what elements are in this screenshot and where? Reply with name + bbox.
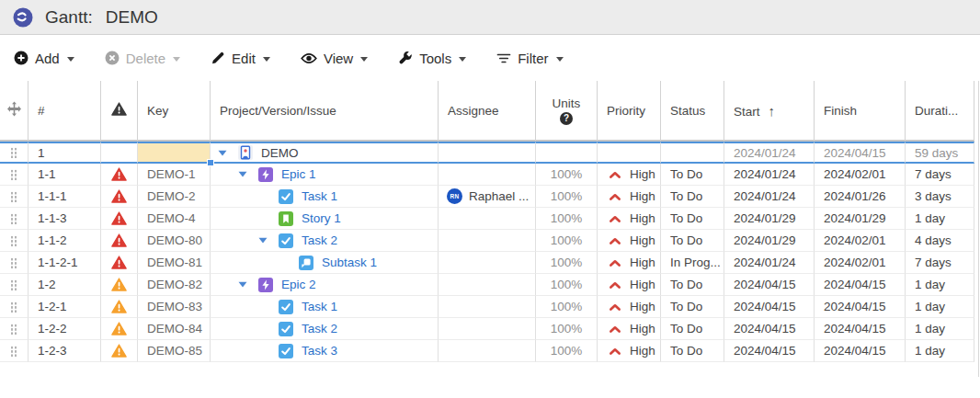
duration-cell[interactable]: 4 days	[906, 230, 974, 252]
key-cell[interactable]: DEMO-1	[138, 164, 211, 186]
priority-cell[interactable]: High	[598, 164, 661, 186]
issue-link[interactable]: Task 1	[302, 189, 337, 203]
finish-date-cell[interactable]: 2024/01/29	[815, 208, 906, 230]
start-date-cell[interactable]: 2024/04/15	[724, 296, 815, 318]
priority-cell[interactable]: High	[598, 296, 661, 318]
assignee-cell[interactable]	[439, 208, 536, 230]
row-number-cell[interactable]: 1-1-1	[28, 186, 101, 208]
add-button[interactable]: Add	[14, 51, 74, 66]
key-cell[interactable]: DEMO-81	[138, 252, 211, 274]
issue-cell[interactable]: Subtask 1	[211, 252, 439, 274]
key-cell[interactable]: DEMO-84	[138, 318, 211, 340]
warning-red-icon[interactable]	[111, 256, 127, 269]
units-cell[interactable]: 100%	[536, 274, 598, 296]
expand-collapse-icon[interactable]	[258, 237, 268, 244]
warning-red-icon[interactable]	[111, 211, 127, 225]
warning-orange-icon[interactable]	[111, 322, 127, 335]
key-cell[interactable]: DEMO-85	[138, 340, 211, 362]
issue-link[interactable]: Story 1	[302, 211, 341, 225]
drag-handle-icon[interactable]	[10, 279, 17, 291]
finish-date-cell[interactable]: 2024/01/26	[815, 186, 906, 208]
assignee-cell[interactable]	[439, 318, 536, 340]
key-cell[interactable]: DEMO-80	[138, 230, 211, 252]
key-cell[interactable]: DEMO-83	[138, 296, 211, 318]
duration-cell[interactable]: 7 days	[906, 252, 974, 274]
status-cell[interactable]: To Do	[661, 318, 724, 340]
drag-handle-icon[interactable]	[10, 324, 17, 335]
finish-date-cell[interactable]: 2024/02/01	[815, 230, 906, 252]
start-date-cell[interactable]: 2024/01/24	[724, 252, 815, 274]
column-header-start[interactable]: Start↑	[724, 81, 815, 142]
start-date-cell[interactable]: 2024/04/15	[724, 318, 815, 340]
column-header-duration[interactable]: Durati...	[906, 81, 974, 142]
row-number-cell[interactable]: 1-2-2	[28, 318, 101, 340]
duration-cell[interactable]: 1 day	[906, 208, 974, 230]
project-name[interactable]: DEMO	[261, 146, 299, 160]
delete-button[interactable]: Delete	[105, 51, 180, 66]
duration-cell[interactable]: 1 day	[906, 340, 974, 362]
column-header-assignee[interactable]: Assignee	[439, 81, 536, 142]
drag-handle-icon[interactable]	[10, 213, 17, 225]
assignee-cell[interactable]	[439, 340, 536, 362]
drag-handle-icon[interactable]	[10, 169, 17, 181]
assignee-cell[interactable]	[439, 252, 536, 274]
column-header-priority[interactable]: Priority	[598, 81, 661, 142]
column-header-warning[interactable]	[101, 81, 138, 142]
issue-link[interactable]: Epic 1	[281, 167, 316, 181]
row-number-cell[interactable]: 1-1-2-1	[28, 252, 101, 274]
status-cell[interactable]: To Do	[661, 164, 724, 186]
start-date-cell[interactable]: 2024/04/15	[724, 340, 815, 362]
duration-cell[interactable]: 7 days	[906, 164, 974, 186]
drag-handle-icon[interactable]	[10, 301, 17, 313]
issue-link[interactable]: Epic 2	[281, 278, 316, 291]
start-date-cell[interactable]: 2024/01/29	[724, 230, 815, 252]
assignee-cell[interactable]	[439, 274, 536, 296]
issue-cell[interactable]: Story 1	[211, 208, 439, 230]
row-number-cell[interactable]: 1-2	[28, 274, 101, 296]
issue-cell[interactable]: Task 2	[211, 230, 439, 252]
column-header-finish[interactable]: Finish	[815, 81, 906, 142]
column-header-number[interactable]: #	[28, 81, 101, 142]
finish-date-cell[interactable]: 2024/04/15	[815, 318, 906, 340]
start-date-cell[interactable]: 2024/01/24	[724, 164, 815, 186]
status-cell[interactable]: In Prog...	[661, 252, 724, 274]
row-number-cell[interactable]: 1	[28, 142, 101, 164]
duration-cell[interactable]: 3 days	[906, 186, 974, 208]
units-cell[interactable]: 100%	[536, 318, 598, 340]
assignee-cell[interactable]	[439, 164, 536, 186]
status-cell[interactable]: To Do	[661, 296, 724, 318]
edit-button[interactable]: Edit	[211, 51, 270, 66]
priority-cell[interactable]: High	[598, 208, 661, 230]
drag-handle-icon[interactable]	[10, 257, 17, 269]
status-cell[interactable]: To Do	[661, 230, 724, 252]
key-cell[interactable]: DEMO-82	[138, 274, 211, 296]
duration-cell[interactable]: 1 day	[906, 318, 974, 340]
issue-cell[interactable]: Task 1	[211, 186, 439, 208]
units-cell[interactable]: 100%	[536, 186, 598, 208]
priority-cell[interactable]	[598, 142, 661, 164]
start-date-cell[interactable]: 2024/01/24	[724, 186, 815, 208]
view-button[interactable]: View	[301, 51, 368, 66]
drag-handle-icon[interactable]	[10, 191, 17, 203]
tools-button[interactable]: Tools	[398, 51, 466, 66]
key-cell[interactable]: DEMO-4	[138, 208, 211, 230]
priority-cell[interactable]: High	[598, 340, 661, 362]
issue-link[interactable]: Task 1	[302, 300, 337, 313]
column-header-key[interactable]: Key	[138, 81, 211, 142]
finish-date-cell[interactable]: 2024/04/15	[815, 296, 906, 318]
units-cell[interactable]: 100%	[536, 296, 598, 318]
assignee-cell[interactable]: RNRaphael ...	[439, 186, 536, 208]
issue-cell[interactable]: Epic 2	[211, 274, 439, 296]
drag-handle-icon[interactable]	[10, 235, 17, 247]
warning-orange-icon[interactable]	[111, 344, 127, 358]
units-cell[interactable]: 100%	[536, 252, 598, 274]
start-date-cell[interactable]: 2024/01/24	[724, 142, 815, 164]
priority-cell[interactable]: High	[598, 318, 661, 340]
expand-collapse-icon[interactable]	[218, 150, 227, 156]
issue-cell[interactable]: Task 2	[211, 318, 439, 340]
issue-cell[interactable]: Task 3	[211, 340, 439, 362]
warning-red-icon[interactable]	[111, 233, 127, 247]
status-cell[interactable]: To Do	[661, 274, 724, 296]
start-date-cell[interactable]: 2024/01/29	[724, 208, 815, 230]
duration-cell[interactable]: 1 day	[906, 296, 974, 318]
